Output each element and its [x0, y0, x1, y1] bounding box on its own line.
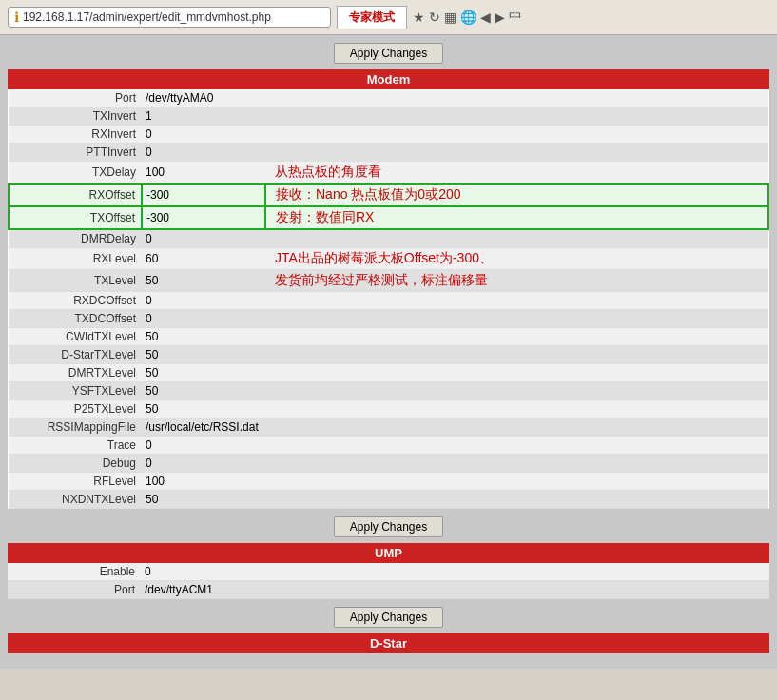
table-row: PTTInvert 0 — [9, 144, 768, 162]
field-label: Port — [9, 89, 142, 107]
table-row: Enable 0 — [8, 563, 769, 581]
table-row: RXLevel 60 JTA出品的树莓派大板Offset为-300、 — [9, 248, 768, 270]
rxoffset-annotation: 接收：Nano 热点板值为0或200 — [265, 184, 768, 206]
table-row: Port /dev/ttyACM1 — [8, 581, 769, 599]
qr-icon[interactable]: ▦ — [444, 10, 456, 25]
table-row: TXInvert 1 — [9, 107, 768, 126]
apply-changes-button-top[interactable]: Apply Changes — [334, 43, 443, 64]
field-value[interactable]: 50 — [142, 328, 265, 346]
field-label: DMRDelay — [9, 229, 142, 248]
info-icon: ℹ — [14, 10, 19, 25]
table-row: P25TXLevel 50 — [9, 400, 768, 418]
field-value[interactable]: 0 — [142, 292, 265, 310]
annotation — [264, 581, 769, 599]
address-bar[interactable]: ℹ 192.168.1.17/admin/expert/edit_mmdvmho… — [8, 7, 331, 28]
table-row: TXDelay 100 从热点板的角度看 — [9, 162, 768, 185]
field-value[interactable]: 60 — [142, 248, 265, 270]
annotation — [265, 107, 768, 126]
browser-icons: ★ ↻ ▦ 🌐 ◀ ▶ 中 — [413, 9, 522, 26]
field-label: Trace — [9, 437, 142, 455]
table-row: RXDCOffset 0 — [9, 292, 768, 310]
txoffset-annotation: 发射：数值同RX — [265, 206, 768, 229]
annotation — [265, 89, 768, 107]
table-row: TXDCOffset 0 — [9, 310, 768, 328]
field-value[interactable]: 1 — [142, 107, 265, 126]
field-value[interactable]: 50 — [142, 346, 265, 364]
apply-changes-row-bottom: Apply Changes — [8, 607, 769, 628]
table-row: NXDNTXLevel 50 — [9, 491, 768, 509]
ump-section: UMP Enable 0 Port /dev/ttyACM1 — [8, 543, 769, 599]
field-label: NXDNTXLevel — [9, 491, 142, 509]
field-label: Port — [8, 581, 141, 599]
field-value[interactable]: 50 — [142, 364, 265, 382]
txoffset-label: TXOffset — [9, 206, 142, 229]
annotation — [265, 382, 768, 400]
modem-section: Modem Port /dev/ttyAMA0 TXInvert 1 RXInv… — [8, 69, 769, 509]
table-row: YSFTXLevel 50 — [9, 382, 768, 400]
field-label: CWIdTXLevel — [9, 328, 142, 346]
bookmark-icon[interactable]: ★ — [413, 10, 425, 25]
refresh-icon[interactable]: ↻ — [429, 10, 440, 25]
field-value[interactable]: 0 — [142, 455, 265, 473]
table-row: TXLevel 50 发货前均经过严格测试，标注偏移量 — [9, 270, 768, 292]
field-value[interactable]: /dev/ttyAMA0 — [142, 89, 265, 107]
field-value[interactable]: 50 — [142, 491, 265, 509]
field-label: RXInvert — [9, 126, 142, 144]
rxoffset-row: RXOffset -300 接收：Nano 热点板值为0或200 — [9, 184, 768, 206]
active-tab[interactable]: 专家模式 — [337, 6, 407, 29]
annotation — [265, 310, 768, 328]
field-label: TXDCOffset — [9, 310, 142, 328]
field-value[interactable]: 50 — [142, 400, 265, 418]
page-content: Apply Changes Modem Port /dev/ttyAMA0 TX… — [0, 35, 777, 669]
txoffset-value[interactable]: -300 — [142, 206, 265, 229]
annotation — [265, 126, 768, 144]
modem-header: Modem — [8, 69, 769, 89]
field-label: RXLevel — [9, 248, 142, 270]
annotation — [265, 144, 768, 162]
field-value[interactable]: 50 — [142, 270, 265, 292]
table-row: DMRDelay 0 — [9, 229, 768, 248]
dstar-header: D-Star — [8, 633, 769, 653]
field-value[interactable]: 50 — [142, 382, 265, 400]
field-label: RFLevel — [9, 473, 142, 491]
field-label: DMRTXLevel — [9, 364, 142, 382]
field-value[interactable]: /dev/ttyACM1 — [141, 581, 264, 599]
table-row: Debug 0 — [9, 455, 768, 473]
txlevel-annotation: 发货前均经过严格测试，标注偏移量 — [265, 270, 768, 292]
translate-icon[interactable]: 中 — [509, 9, 522, 26]
annotation — [265, 455, 768, 473]
ump-header: UMP — [8, 543, 769, 563]
field-label: TXInvert — [9, 107, 142, 126]
field-label: P25TXLevel — [9, 400, 142, 418]
field-label: TXDelay — [9, 162, 142, 185]
forward-icon[interactable]: ▶ — [495, 10, 505, 25]
apply-changes-button-bottom[interactable]: Apply Changes — [334, 607, 443, 628]
table-row: D-StarTXLevel 50 — [9, 346, 768, 364]
globe-icon[interactable]: 🌐 — [460, 10, 476, 25]
rxoffset-value[interactable]: -300 — [142, 184, 265, 206]
field-label: RXDCOffset — [9, 292, 142, 310]
field-value[interactable]: 100 — [142, 162, 265, 185]
url-text: 192.168.1.17/admin/expert/edit_mmdvmhost… — [23, 10, 271, 24]
annotation — [265, 229, 768, 248]
apply-changes-row-top: Apply Changes — [8, 43, 769, 64]
field-value[interactable]: 0 — [142, 310, 265, 328]
field-value[interactable]: 0 — [142, 229, 265, 248]
field-value[interactable]: 0 — [142, 437, 265, 455]
table-row: RFLevel 100 — [9, 473, 768, 491]
annotation — [265, 346, 768, 364]
annotation — [265, 491, 768, 509]
annotation — [265, 400, 768, 418]
back-icon[interactable]: ◀ — [480, 10, 491, 25]
field-label: TXLevel — [9, 270, 142, 292]
field-value[interactable]: 100 — [142, 473, 265, 491]
field-value[interactable]: 0 — [142, 144, 265, 162]
apply-changes-button-middle[interactable]: Apply Changes — [334, 516, 443, 537]
field-value[interactable]: 0 — [142, 126, 265, 144]
field-value[interactable]: 0 — [141, 563, 264, 581]
annotation — [265, 292, 768, 310]
field-label: Enable — [8, 563, 141, 581]
field-label: YSFTXLevel — [9, 382, 142, 400]
table-row: RXInvert 0 — [9, 126, 768, 144]
field-value[interactable]: /usr/local/etc/RSSI.dat — [142, 418, 265, 437]
